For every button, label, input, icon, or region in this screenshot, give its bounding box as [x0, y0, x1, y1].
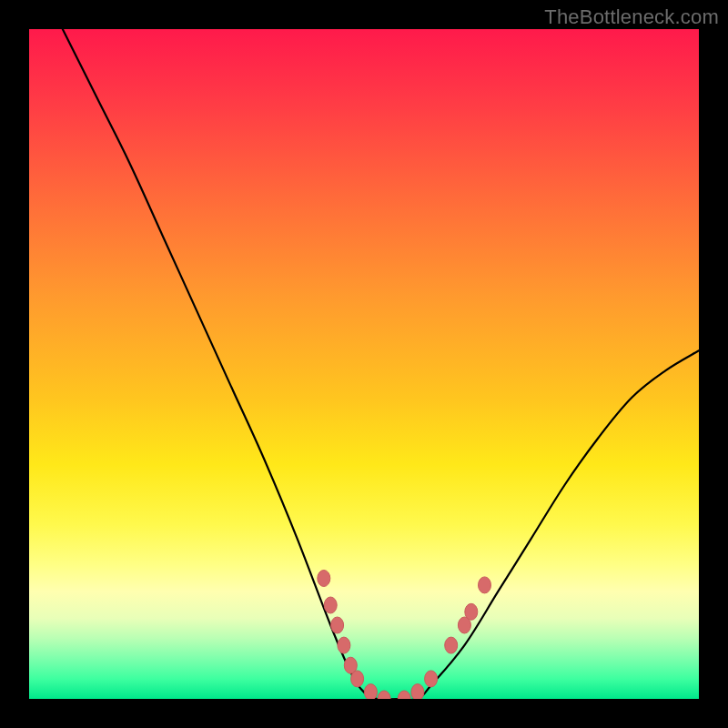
- curve-marker: [364, 684, 377, 699]
- curve-marker: [465, 603, 478, 620]
- curve-marker: [411, 684, 424, 699]
- curve-layer: [29, 29, 699, 699]
- curve-marker: [338, 637, 350, 653]
- curve-marker: [445, 637, 458, 653]
- curve-markers: [318, 571, 491, 700]
- curve-marker: [331, 617, 344, 633]
- curve-marker: [425, 671, 438, 687]
- curve-marker: [351, 671, 364, 687]
- plot-area: [29, 29, 699, 699]
- chart-frame: TheBottleneck.com: [0, 0, 728, 728]
- curve-marker: [398, 691, 410, 699]
- curve-marker: [318, 571, 330, 587]
- curve-marker: [324, 597, 337, 613]
- curve-marker: [479, 577, 491, 593]
- watermark-text: TheBottleneck.com: [544, 5, 719, 29]
- bottleneck-curve: [63, 29, 699, 699]
- curve-marker: [378, 691, 390, 699]
